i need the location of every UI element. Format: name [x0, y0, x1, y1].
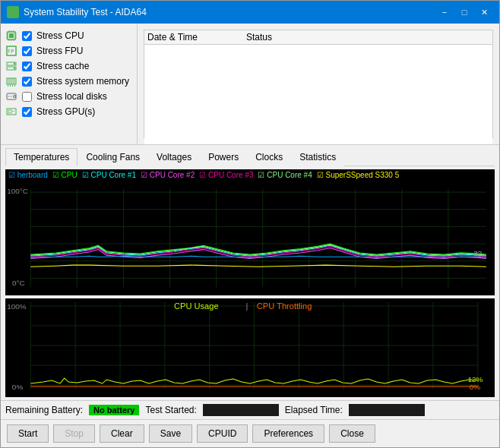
svg-text:12%: 12%	[467, 375, 483, 383]
main-chart-area: Temperatures Cooling Fans Voltages Power…	[1, 145, 499, 400]
app-icon	[7, 6, 19, 18]
svg-text:CPU Throttling: CPU Throttling	[257, 302, 312, 311]
gpu-icon	[5, 106, 17, 118]
legend-cpu[interactable]: ☑ CPU	[52, 171, 78, 179]
clear-button[interactable]: Clear	[100, 424, 144, 443]
svg-rect-32	[12, 85, 13, 87]
tab-statistics[interactable]: Statistics	[291, 148, 344, 166]
tab-cooling-fans[interactable]: Cooling Fans	[78, 148, 148, 166]
log-table: Date & Time Status	[144, 30, 493, 138]
stress-fpu-item[interactable]: FP Stress FPU	[5, 45, 132, 57]
upper-chart-section: ☑ herboard ☑ CPU ☑ CPU Core #1 ☑ CPU Cor…	[5, 169, 495, 295]
legend-superseed[interactable]: ☑ SuperSSpeed S330 5	[317, 171, 400, 179]
stress-cpu-checkbox[interactable]	[22, 31, 32, 41]
svg-rect-23	[14, 68, 15, 69]
minimize-button[interactable]: −	[435, 5, 454, 20]
stress-cache-label: Stress cache	[36, 61, 89, 71]
fpu-icon: FP	[5, 45, 17, 57]
svg-rect-1	[14, 8, 17, 11]
stress-fpu-checkbox[interactable]	[22, 46, 32, 56]
log-table-header: Date & Time Status	[144, 30, 492, 45]
stress-fpu-label: Stress FPU	[36, 46, 83, 56]
stress-gpu-label: Stress GPU(s)	[36, 106, 95, 117]
window-controls: − □ ✕	[435, 5, 493, 20]
stress-options-panel: Stress CPU FP Stress FPU	[1, 24, 138, 144]
lower-chart: 100% 0% CPU Usage | CPU Throttling 12% 0…	[5, 298, 495, 397]
stress-gpu-checkbox[interactable]	[22, 107, 32, 117]
bottom-bar: Start Stop Clear Save CPUID Preferences …	[1, 419, 499, 447]
start-button[interactable]: Start	[7, 424, 49, 443]
col-date: Date & Time	[147, 32, 246, 43]
tab-powers[interactable]: Powers	[200, 148, 247, 166]
upper-legend: ☑ herboard ☑ CPU ☑ CPU Core #1 ☑ CPU Cor…	[5, 169, 495, 181]
upper-chart-wrap: 100°C 0°C	[5, 181, 495, 295]
svg-rect-36	[8, 96, 12, 97]
legend-core4[interactable]: ☑ CPU Core #4	[258, 171, 312, 179]
tabs-row: Temperatures Cooling Fans Voltages Power…	[5, 148, 495, 166]
svg-rect-33	[14, 85, 15, 87]
svg-text:32: 32	[473, 249, 482, 257]
stress-local-item[interactable]: Stress local disks	[5, 90, 132, 103]
stop-button[interactable]: Stop	[53, 424, 95, 443]
preferences-button[interactable]: Preferences	[252, 424, 324, 443]
svg-text:100°C: 100°C	[7, 187, 28, 195]
stress-memory-item[interactable]: Stress system memory	[5, 75, 132, 87]
cpu-icon	[5, 30, 17, 42]
cache-icon	[5, 60, 17, 72]
legend-herboard[interactable]: ☑ herboard	[8, 171, 48, 179]
legend-core3[interactable]: ☑ CPU Core #3	[199, 171, 253, 179]
svg-point-35	[14, 96, 16, 98]
svg-rect-38	[8, 110, 11, 113]
log-panel: Date & Time Status	[138, 24, 499, 144]
tab-clocks[interactable]: Clocks	[247, 148, 291, 166]
svg-rect-2	[8, 13, 12, 17]
cpuid-button[interactable]: CPUID	[197, 424, 248, 443]
tab-temperatures[interactable]: Temperatures	[5, 148, 78, 166]
memory-icon	[5, 75, 17, 87]
maximize-button[interactable]: □	[455, 5, 473, 20]
svg-text:CPU Usage: CPU Usage	[174, 302, 219, 311]
save-button[interactable]: Save	[149, 424, 192, 443]
svg-text:FP: FP	[8, 49, 14, 55]
svg-rect-39	[12, 111, 13, 112]
svg-text:100%: 100%	[7, 302, 27, 310]
close-window-button[interactable]: ✕	[475, 5, 493, 20]
stress-cache-checkbox[interactable]	[22, 62, 32, 71]
svg-rect-5	[9, 33, 14, 38]
top-content: Stress CPU FP Stress FPU	[1, 24, 499, 145]
svg-rect-30	[8, 85, 8, 87]
elapsed-value	[349, 404, 425, 416]
battery-value: No battery	[89, 405, 139, 415]
col-status: Status	[246, 32, 489, 43]
svg-rect-0	[8, 8, 12, 11]
status-bar: Remaining Battery: No battery Test Start…	[1, 400, 499, 419]
svg-rect-40	[14, 111, 14, 112]
stress-cache-item[interactable]: Stress cache	[5, 60, 132, 72]
title-bar: System Stability Test - AIDA64 − □ ✕	[1, 1, 499, 24]
svg-rect-31	[10, 85, 11, 87]
window-title: System Stability Test - AIDA64	[24, 7, 435, 17]
legend-core1[interactable]: ☑ CPU Core #1	[82, 171, 136, 179]
stress-gpu-item[interactable]: Stress GPU(s)	[5, 106, 132, 118]
upper-chart-svg: 100°C 0°C	[5, 181, 495, 295]
stress-local-label: Stress local disks	[36, 91, 107, 102]
stress-cpu-item[interactable]: Stress CPU	[5, 30, 132, 42]
svg-text:0°C: 0°C	[12, 279, 25, 287]
battery-label: Remaining Battery:	[5, 405, 83, 415]
close-button[interactable]: Close	[329, 424, 375, 443]
legend-core2[interactable]: ☑ CPU Core #2	[141, 171, 195, 179]
svg-rect-22	[14, 63, 15, 65]
lower-chart-svg: 100% 0% CPU Usage | CPU Throttling 12% 0…	[5, 298, 495, 397]
svg-text:0%: 0%	[12, 383, 24, 390]
chart-container: ☑ herboard ☑ CPU ☑ CPU Core #1 ☑ CPU Cor…	[5, 169, 495, 397]
svg-text:0%: 0%	[470, 383, 481, 390]
tab-voltages[interactable]: Voltages	[148, 148, 200, 166]
stress-cpu-label: Stress CPU	[36, 30, 84, 41]
svg-text:|: |	[245, 302, 248, 311]
disk-icon	[5, 90, 17, 103]
stress-memory-checkbox[interactable]	[22, 77, 32, 87]
test-started-label: Test Started:	[145, 405, 196, 415]
stress-memory-label: Stress system memory	[36, 76, 129, 87]
stress-local-checkbox[interactable]	[22, 92, 32, 102]
main-window: System Stability Test - AIDA64 − □ ✕	[0, 0, 500, 448]
